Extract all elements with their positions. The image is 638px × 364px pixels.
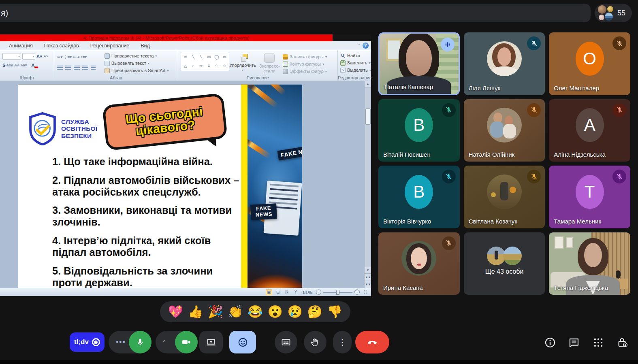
- participants-pill[interactable]: 55: [595, 4, 632, 22]
- participant-tile[interactable]: О Олег Машталер: [549, 32, 630, 95]
- next-slide-button[interactable]: ▼▼: [365, 281, 371, 288]
- camera-control[interactable]: ⌃: [156, 331, 198, 353]
- font-color-icon[interactable]: A▂: [32, 63, 38, 68]
- logo-line: ОСВІТНЬОЇ: [61, 125, 97, 132]
- help-icon[interactable]: ?: [363, 43, 369, 49]
- participant-tile[interactable]: А Аліна Нідзельська: [549, 99, 630, 162]
- participant-tile[interactable]: Ирина Касапа: [378, 232, 460, 295]
- avatar-initial: А: [576, 108, 604, 142]
- shape-effects-button[interactable]: Эффекты фигур▾: [283, 68, 327, 75]
- reaction-surprised[interactable]: 😮: [267, 306, 282, 318]
- replace-button[interactable]: ab Заменить▾: [340, 59, 369, 66]
- participant-tile[interactable]: Т Тамара Мельник: [549, 166, 630, 228]
- reaction-party[interactable]: 🎉: [208, 306, 223, 318]
- shape-outline-button[interactable]: Контур фигуры▾: [283, 60, 327, 68]
- end-call-button[interactable]: [355, 331, 389, 353]
- text-shadow-icon[interactable]: abe: [6, 63, 13, 67]
- scrollbar-thumb[interactable]: [365, 109, 371, 125]
- meeting-details-button[interactable]: [544, 336, 556, 349]
- mic-control[interactable]: •••: [109, 331, 151, 353]
- captions-button[interactable]: [275, 331, 297, 353]
- align-right-icon[interactable]: [74, 66, 80, 70]
- text-direction-button[interactable]: Направление текста▾: [105, 52, 169, 60]
- strikethrough-icon[interactable]: S̶: [2, 63, 5, 68]
- reaction-heart[interactable]: 💖: [168, 306, 183, 318]
- normal-view-icon[interactable]: ▣: [266, 289, 272, 295]
- apps-grid-icon: [592, 336, 604, 349]
- slideshow-icon[interactable]: 𝖸: [292, 289, 299, 295]
- participant-tile-self[interactable]: Наталія Кашевар: [378, 32, 460, 95]
- tab-review[interactable]: Рецензирование: [90, 43, 130, 49]
- align-text-button[interactable]: Выровнять текст▾: [105, 60, 169, 67]
- scroll-up-icon[interactable]: ▲: [365, 81, 371, 87]
- minimize-ribbon-icon[interactable]: ⌃: [357, 43, 361, 47]
- convert-smartart-button[interactable]: Преобразовать в SmartArt▾: [105, 67, 169, 74]
- more-options-button[interactable]: ⋮: [333, 331, 352, 353]
- participant-tile[interactable]: Ліля Ляшук: [464, 32, 545, 95]
- align-left-icon[interactable]: [57, 66, 63, 70]
- tab-view[interactable]: Вид: [141, 43, 150, 49]
- reaction-laugh[interactable]: 😂: [248, 306, 262, 318]
- zoom-slider[interactable]: − +: [316, 289, 360, 295]
- columns-icon[interactable]: [91, 66, 96, 70]
- raise-hand-button[interactable]: [304, 331, 326, 353]
- change-case-icon[interactable]: Aa▾: [20, 63, 27, 67]
- reaction-thinking[interactable]: 🤔: [307, 306, 322, 318]
- quick-styles-button[interactable]: Экспресс-стили: [256, 52, 283, 74]
- justify-icon[interactable]: [82, 66, 88, 70]
- participant-tile[interactable]: Наталія Олійник: [464, 99, 545, 162]
- mic-muted-icon: [442, 236, 456, 250]
- reading-view-icon[interactable]: ⎘: [284, 289, 290, 295]
- reaction-clap[interactable]: 👏: [228, 306, 243, 318]
- agenda-item: 5. Відповідальність за злочини проти дер…: [52, 265, 240, 288]
- participant-tile[interactable]: В Вікторія Вівчурко: [378, 166, 460, 228]
- avatar: [598, 5, 606, 14]
- end-call-icon: [367, 336, 378, 348]
- shield-logo-icon: [28, 112, 57, 145]
- arrange-button[interactable]: Упорядочить▾: [229, 52, 256, 74]
- tab-slideshow[interactable]: Показ слайдов: [44, 43, 79, 49]
- zoom-out-icon[interactable]: −: [316, 289, 321, 295]
- numbering-icon[interactable]: ⋮≡▾: [64, 55, 72, 59]
- camera-on-button[interactable]: [175, 331, 198, 353]
- present-screen-button[interactable]: [199, 331, 223, 353]
- reaction-thumbs-down[interactable]: 👎: [327, 306, 342, 318]
- participant-tile[interactable]: В Віталій Посишен: [378, 99, 460, 162]
- char-spacing-icon[interactable]: AV: [14, 63, 19, 67]
- mic-on-button[interactable]: [129, 331, 151, 353]
- reactions-toggle-button[interactable]: [229, 331, 256, 353]
- more-participants-tile[interactable]: Ще 43 особи: [464, 232, 545, 295]
- shape-fill-button[interactable]: Заливка фигуры▾: [283, 53, 327, 60]
- activities-button[interactable]: [592, 336, 604, 349]
- camera-options-icon[interactable]: ⌃: [162, 339, 166, 345]
- tldv-recorder-button[interactable]: tl;dv: [70, 332, 105, 352]
- font-name-dropdown[interactable]: ▾: [2, 53, 21, 60]
- find-button[interactable]: Найти: [340, 52, 369, 59]
- logo-line: БЕЗПЕКИ: [61, 132, 97, 139]
- shared-screen-powerpoint[interactable]: 4. Протидія підпалам III (4) - Microsoft…: [0, 34, 371, 296]
- zoom-in-icon[interactable]: +: [354, 289, 360, 295]
- zoom-slider-thumb[interactable]: [336, 290, 339, 295]
- chat-button[interactable]: [568, 336, 580, 349]
- slide-sorter-icon[interactable]: ⊞: [275, 289, 281, 295]
- vertical-scrollbar[interactable]: ▲ ▼ ▲▲ ▼▼: [364, 81, 371, 288]
- align-center-icon[interactable]: [65, 66, 71, 70]
- bullets-icon[interactable]: ≔▾: [57, 55, 62, 59]
- reaction-thumbs-up[interactable]: 👍: [188, 306, 203, 318]
- tab-animation[interactable]: Анимация: [9, 43, 33, 49]
- participant-tile[interactable]: Світлана Козачук: [464, 166, 545, 228]
- shrink-font-icon[interactable]: A˅: [43, 54, 48, 58]
- host-controls-button[interactable]: [617, 336, 629, 349]
- indent-icons[interactable]: ⇤⇥: [73, 55, 79, 59]
- fit-to-window-icon[interactable]: ⛶: [362, 289, 369, 295]
- reaction-cry[interactable]: 😢: [287, 306, 302, 318]
- select-button[interactable]: ⇖ Выделить▾: [340, 66, 369, 74]
- participant-tile[interactable]: Тетяна Гіджеліцька: [549, 232, 630, 295]
- shapes-gallery[interactable]: ▭╲╲▭◯▭ △⌐⇨⇩◠☆: [181, 52, 229, 71]
- line-spacing-icon[interactable]: ↕≡▾: [81, 55, 87, 59]
- previous-slide-button[interactable]: ▲▲: [365, 273, 371, 281]
- scroll-down-icon[interactable]: ▼: [365, 267, 371, 273]
- ribbon-tab-bar: Анимация Показ слайдов Рецензирование Ви…: [0, 41, 371, 50]
- grow-font-icon[interactable]: A˄: [36, 54, 42, 59]
- font-size-dropdown[interactable]: ▾: [22, 53, 35, 60]
